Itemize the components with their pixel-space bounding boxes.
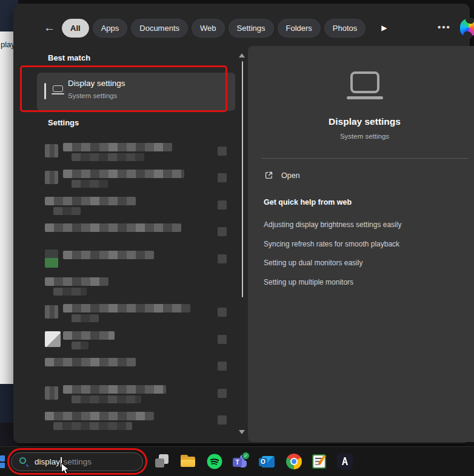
laptop-display-icon	[248, 71, 474, 99]
help-link[interactable]: Setting up multiple monitors	[264, 278, 353, 286]
selection-indicator	[44, 83, 46, 99]
redacted-result-icon	[45, 331, 61, 347]
presence-check-badge: ✓	[242, 452, 250, 460]
best-match-item[interactable]	[37, 73, 235, 111]
outlook-icon[interactable]: O	[259, 454, 275, 469]
tab-apps[interactable]: Apps	[93, 19, 128, 38]
chevron-right-icon[interactable]	[218, 147, 227, 156]
scrollbar-up-icon[interactable]	[239, 53, 245, 58]
redacted-text-line	[45, 223, 181, 232]
open-label: Open	[281, 171, 300, 180]
window-stack-icon[interactable]	[154, 454, 170, 469]
redacted-result-icon	[45, 386, 58, 400]
search-result-row-redacted[interactable]	[45, 192, 227, 219]
search-result-row-redacted[interactable]	[45, 407, 227, 434]
chevron-right-icon[interactable]	[218, 200, 227, 210]
search-flyout: ← All Apps Documents Web Settings Folder…	[13, 4, 470, 443]
help-link[interactable]: Adjusting display brightness settings ea…	[264, 220, 401, 229]
search-result-row-redacted[interactable]	[45, 138, 227, 165]
preview-card: Display settings System settings Open Ge…	[248, 46, 474, 442]
more-tabs-icon[interactable]: ▶	[381, 24, 387, 32]
external-link-icon	[264, 171, 273, 180]
tab-web[interactable]: Web	[192, 19, 225, 38]
overflow-menu-icon[interactable]: •••	[438, 22, 451, 32]
help-link[interactable]: Setting up dual monitors easily	[264, 259, 362, 267]
settings-section-header: Settings	[48, 118, 79, 127]
help-link[interactable]: Syncing refresh rates for smooth playbac…	[264, 240, 399, 248]
preview-title: Display settings	[248, 116, 474, 127]
preview-subtitle: System settings	[248, 133, 474, 140]
redacted-result-icon	[45, 171, 58, 184]
best-match-header: Best match	[48, 53, 90, 62]
scrollbar-down-icon[interactable]	[239, 430, 245, 434]
search-result-row-redacted[interactable]	[45, 219, 227, 245]
notes-editor-icon[interactable]	[312, 454, 327, 469]
redacted-text-line	[72, 180, 108, 188]
teams-icon[interactable]: T ✓	[233, 454, 249, 469]
search-result-row-redacted[interactable]	[45, 326, 227, 353]
file-explorer-icon[interactable]	[180, 454, 196, 469]
tab-settings[interactable]: Settings	[229, 19, 274, 38]
divider	[261, 158, 469, 159]
redacted-text-line	[45, 412, 154, 420]
mouse-cursor	[61, 463, 70, 476]
chevron-right-icon[interactable]	[218, 335, 227, 344]
tab-folders[interactable]: Folders	[278, 19, 321, 38]
tab-documents[interactable]: Documents	[131, 19, 188, 38]
search-result-row-redacted[interactable]	[45, 246, 227, 273]
redacted-text-line	[63, 385, 166, 394]
search-result-row-redacted[interactable]	[45, 299, 227, 326]
redacted-text-line	[72, 342, 88, 349]
redacted-text-line	[72, 395, 141, 403]
back-arrow-icon[interactable]: ←	[44, 21, 62, 35]
redacted-result-icon	[45, 144, 58, 157]
search-result-row-redacted[interactable]	[45, 353, 227, 380]
redacted-text-line	[45, 277, 108, 286]
chevron-right-icon[interactable]	[218, 362, 227, 371]
redacted-text-line	[45, 358, 136, 366]
copilot-icon[interactable]	[460, 19, 474, 36]
redacted-text-line	[63, 251, 154, 259]
tab-all[interactable]: All	[62, 19, 89, 38]
acrobat-icon[interactable]	[337, 454, 353, 469]
redacted-text-line	[53, 288, 87, 296]
search-filter-tabbar: ← All Apps Documents Web Settings Folder…	[44, 18, 387, 38]
redacted-result-icon	[45, 250, 58, 268]
redacted-text-line	[63, 170, 184, 178]
redacted-text-line	[53, 207, 81, 215]
redacted-text-line	[63, 143, 172, 151]
tab-photos[interactable]: Photos	[324, 19, 366, 38]
spotify-icon[interactable]	[207, 454, 222, 469]
chevron-right-icon[interactable]	[218, 254, 227, 263]
chrome-icon[interactable]	[286, 454, 302, 469]
chevron-right-icon[interactable]	[218, 415, 227, 425]
chevron-right-icon[interactable]	[218, 227, 227, 236]
search-result-row-redacted[interactable]	[45, 273, 227, 299]
help-header: Get quick help from web	[264, 198, 352, 207]
open-button[interactable]: Open	[264, 171, 300, 180]
redacted-text-line	[72, 153, 144, 161]
search-result-row-redacted[interactable]	[45, 165, 227, 191]
display-settings-icon	[52, 85, 64, 96]
best-match-title: Display settings	[68, 79, 125, 88]
redacted-list	[45, 138, 227, 434]
redacted-text-line	[45, 197, 136, 205]
chevron-right-icon[interactable]	[218, 308, 227, 317]
search-result-row-redacted[interactable]	[45, 380, 227, 407]
scrollbar-thumb[interactable]	[242, 61, 243, 297]
redacted-text-line	[63, 304, 190, 312]
redacted-text-line	[53, 422, 132, 430]
redacted-text-line	[72, 314, 99, 322]
chevron-right-icon[interactable]	[218, 389, 227, 398]
redacted-result-icon	[45, 305, 58, 319]
screen: play ← All Apps Documents Web Settings F…	[0, 0, 474, 476]
redacted-text-line	[63, 331, 115, 340]
taskbar: displaysettings	[0, 446, 474, 476]
chevron-right-icon[interactable]	[218, 173, 227, 182]
best-match-subtitle: System settings	[68, 92, 117, 99]
